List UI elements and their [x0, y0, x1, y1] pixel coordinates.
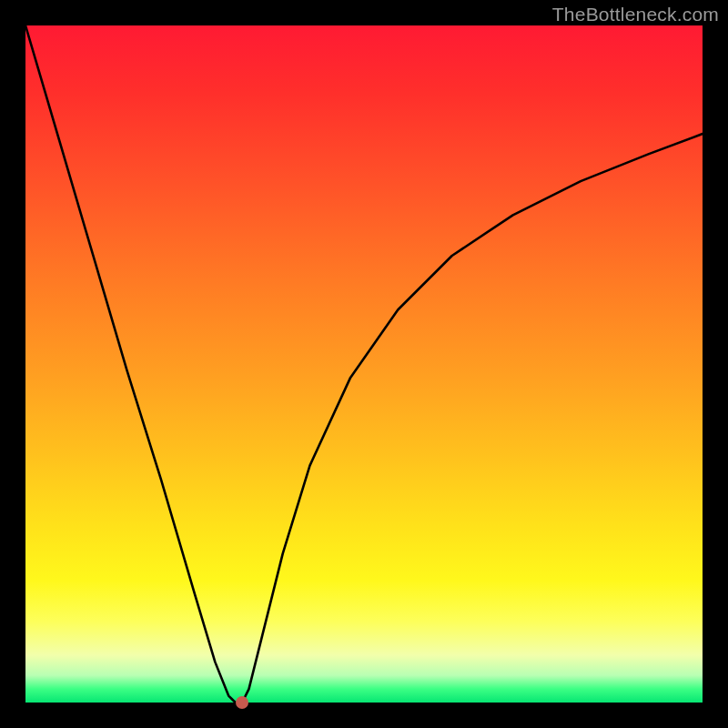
plot-area	[25, 25, 703, 703]
chart-frame: TheBottleneck.com	[0, 0, 728, 728]
watermark-text: TheBottleneck.com	[552, 4, 719, 25]
bottleneck-curve	[25, 25, 703, 703]
optimum-marker	[236, 696, 248, 709]
